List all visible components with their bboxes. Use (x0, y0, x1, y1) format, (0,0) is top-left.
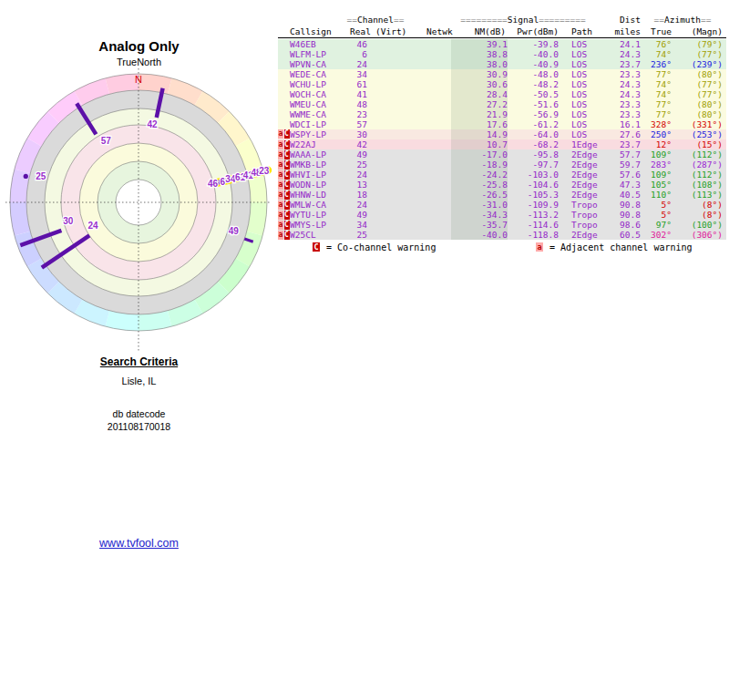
true-cell: 283° (639, 160, 672, 170)
path-cell: LOS (571, 119, 608, 129)
path-cell: LOS (571, 99, 608, 109)
pwr-cell: -61.2 (513, 119, 559, 129)
pwr-cell: -104.6 (513, 180, 559, 190)
callsign-cell: WMEU-CA (290, 99, 346, 109)
magn-cell: (8°) (679, 200, 723, 210)
callsign-cell: WCHU-LP (290, 79, 346, 89)
miles-cell: 23.7 (606, 59, 641, 69)
pwr-cell: -40.9 (513, 59, 559, 69)
pwr-cell: -48.2 (513, 79, 559, 89)
callsign-cell: WODN-LP (290, 180, 346, 190)
path-cell: 2Edge (571, 230, 608, 240)
table-row: WDCI-LP5717.6-61.2LOS16.1328°(331°) (278, 119, 726, 129)
callsign-cell: WWME-CA (290, 109, 346, 119)
col-true: True (639, 26, 672, 36)
co-channel-warning-badge: C (284, 170, 290, 180)
true-cell: 74° (639, 79, 672, 89)
path-cell: 2Edge (571, 180, 608, 190)
path-cell: 2Edge (571, 170, 608, 180)
miles-cell: 57.6 (606, 170, 641, 180)
pwr-cell: -39.8 (513, 39, 559, 49)
real-cell: 30 (342, 129, 367, 139)
adjacent-warning-badge: a (278, 211, 283, 220)
path-cell: Tropo (571, 200, 608, 210)
callsign-cell: WMKB-LP (290, 160, 346, 170)
adjacent-warning-badge: a (278, 221, 283, 230)
path-cell: LOS (571, 69, 608, 79)
co-channel-warning-badge: C (284, 140, 290, 149)
pwr-cell: -95.8 (513, 149, 559, 160)
adjacent-warning-badge: a (278, 160, 283, 170)
adjacent-warning-badge: a (278, 140, 283, 149)
adjacent-warning-badge: a (278, 201, 283, 210)
co-channel-warning-badge: C (284, 150, 290, 160)
real-cell: 24 (342, 200, 367, 210)
real-cell: 13 (342, 180, 367, 190)
nm-cell: 30.9 (451, 69, 508, 79)
table-row: WMEU-CA4827.2-51.6LOS23.377°(80°) (278, 99, 726, 109)
channel-marker-label: 42 (148, 119, 159, 129)
pwr-cell: -56.9 (513, 109, 559, 119)
db-datecode-value: 201108170018 (0, 421, 278, 432)
tvfool-link[interactable]: www.tvfool.com (99, 537, 179, 550)
magn-cell: (287°) (679, 160, 723, 170)
col-callsign: Callsign (290, 26, 332, 36)
true-cell: 250° (639, 129, 672, 139)
nm-cell: -26.5 (451, 190, 508, 200)
pwr-cell: -105.3 (513, 190, 559, 200)
magn-cell: (253°) (679, 129, 723, 139)
real-cell: 25 (342, 230, 367, 240)
true-cell: 110° (639, 190, 672, 200)
true-cell: 302° (639, 230, 672, 240)
co-channel-warning-badge: C (284, 201, 290, 210)
true-cell: 236° (639, 59, 672, 69)
table-row: WWME-CA2321.9-56.9LOS23.377°(80°) (278, 109, 726, 119)
nm-cell: 39.1 (451, 39, 508, 49)
table-row: aCWAAA-LP49-17.0-95.82Edge57.7109°(112°) (278, 149, 726, 160)
co-channel-warning-badge: C (284, 221, 290, 230)
table-row: W46EB4639.1-39.8LOS24.176°(79°) (278, 39, 726, 49)
magn-cell: (8°) (679, 210, 723, 220)
magn-cell: (79°) (679, 39, 723, 49)
nm-cell: 38.0 (451, 59, 508, 69)
true-cell: 109° (639, 170, 672, 180)
channel-marker-label: 49 (229, 226, 240, 236)
pwr-cell: -113.2 (513, 210, 559, 220)
real-cell: 41 (342, 89, 367, 99)
adjacent-warning-badge: a (278, 190, 283, 200)
real-cell: 24 (342, 170, 367, 180)
nm-cell: -35.7 (451, 220, 508, 230)
callsign-cell: WHNW-LD (290, 190, 346, 200)
path-cell: Tropo (571, 220, 608, 230)
polar-chart-title: Analog Only (0, 38, 278, 54)
col-path: Path (571, 26, 592, 36)
path-cell: 2Edge (571, 160, 608, 170)
nm-cell: 10.7 (451, 139, 508, 149)
magn-cell: (77°) (679, 49, 723, 59)
true-cell: 74° (639, 89, 672, 99)
true-cell: 105° (639, 180, 672, 190)
table-row: aCWMYS-LP34-35.7-114.6Tropo98.697°(100°) (278, 220, 726, 230)
co-channel-warning-badge: C (284, 160, 290, 170)
callsign-cell: WPVN-CA (290, 59, 346, 69)
nm-cell: 27.2 (451, 99, 508, 109)
path-cell: LOS (571, 129, 608, 139)
path-cell: LOS (571, 79, 608, 89)
miles-cell: 24.1 (606, 39, 641, 49)
nm-cell: -40.0 (451, 230, 508, 240)
table-row: WLFM-LP638.8-40.0LOS24.374°(77°) (278, 49, 726, 59)
callsign-cell: WAAA-LP (290, 149, 346, 160)
col-pwr: Pwr(dBm) (513, 26, 559, 36)
adjacent-warning-badge: a (278, 170, 283, 180)
real-cell: 49 (342, 210, 367, 220)
pwr-cell: -97.7 (513, 160, 559, 170)
callsign-cell: WYTU-LP (290, 210, 346, 220)
callsign-cell: W25CL (290, 230, 346, 240)
table-row: aCW22AJ4210.7-68.21Edge23.712°(15°) (278, 139, 726, 149)
true-cell: 77° (639, 99, 672, 109)
real-cell: 6 (342, 49, 367, 59)
real-cell: 24 (342, 59, 367, 69)
adjacent-warning-badge: a (278, 129, 283, 139)
magn-cell: (113°) (679, 190, 723, 200)
co-channel-warning-badge: C (284, 180, 290, 190)
